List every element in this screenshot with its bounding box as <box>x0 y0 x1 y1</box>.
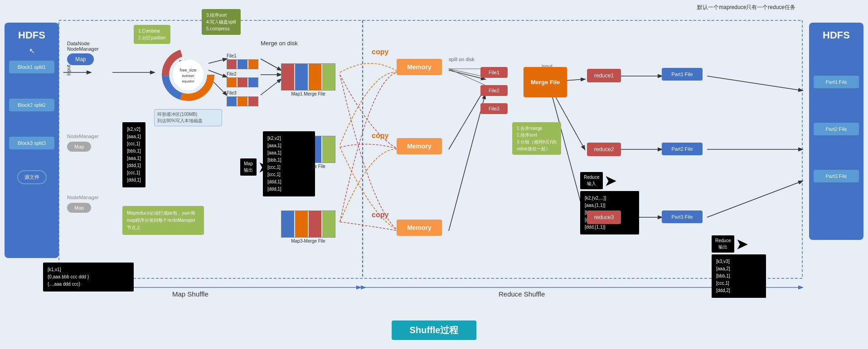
top-note: 默认一个mapreduce只有一个reduce任务 <box>697 4 795 11</box>
hdfs-right-part2: Part2 File <box>814 123 859 135</box>
ro-line-2: [aaa,2] <box>716 265 761 273</box>
svg-text:copy: copy <box>372 211 388 219</box>
reduce-file2: File2 <box>480 85 508 96</box>
map3-label: Map3-Merge File <box>281 239 335 244</box>
mo-line-7: [ddd,1] <box>267 178 310 186</box>
part2-label: Part2 File <box>662 143 703 155</box>
kv-data-content: [k2,v2] [aaa,1] [ccc,1] [bbb,1] [aaa,1] … <box>122 122 145 187</box>
map3-merge-file <box>281 210 335 238</box>
mo-line-6: [ccc,1] <box>267 171 310 178</box>
svg-line-14 <box>449 69 485 77</box>
nodemanager-note-content: Mapreduce必须打成jar包，yarn将map程序分发到每个nodeMan… <box>122 206 204 235</box>
file3-seg-orange <box>238 97 247 106</box>
hdfs-left-title: HDFS <box>18 29 45 41</box>
mo-line-1: [k2,v2] <box>267 135 310 142</box>
nodemanager-note: Mapreduce必须打成jar包，yarn将map程序分发到每个nodeMan… <box>122 206 204 235</box>
block2-split2: Block2 split2 <box>9 99 54 111</box>
file1-bar <box>227 59 258 69</box>
file1-label: File1 <box>227 53 258 58</box>
map-output-data-content: [k2,v2] [aaa,1] [aaa,1] [bbb,1] [ccc,1] … <box>263 131 315 196</box>
map1-label: Map1 Merge File <box>281 91 335 96</box>
map1-seg-red <box>281 64 294 90</box>
map3-merge-area: Map3-Merge File <box>281 210 335 244</box>
reduce-input-arrow: ➤ <box>605 173 616 189</box>
svg-text:Map Shuffle: Map Shuffle <box>172 290 209 298</box>
kv-data-box: [k2,v2] [aaa,1] [ccc,1] [bbb,1] [aaa,1] … <box>122 122 145 187</box>
file1-seg-orange <box>248 60 258 69</box>
shuffle-title: Shuffle过程 <box>392 320 477 340</box>
sort-line-1: 3.排序sort <box>206 12 236 19</box>
file2-seg-blue <box>248 78 258 87</box>
svg-line-9 <box>261 79 281 95</box>
map-button-3[interactable]: Map <box>67 203 91 213</box>
svg-line-22 <box>707 76 802 91</box>
nodemanager-3-label: NodeManager Map <box>67 195 99 214</box>
file2-area: File2 <box>227 72 258 87</box>
svg-text:input: input <box>66 65 71 76</box>
input-line-1: [k1,v1] <box>48 266 129 273</box>
hdfs-right: HDFS Part1 File Part2 File Part3 File <box>809 23 863 240</box>
file1-seg-red <box>227 60 237 69</box>
map-output-label: Map输出 <box>240 158 257 176</box>
reduce-file1-label: File1 <box>480 67 508 78</box>
reduce-annotation: 1.合并merge 2.排序sort 3.分组（相同KEY的 value放在一起… <box>512 122 561 155</box>
ro-line-3: [bbb,1] <box>716 273 761 280</box>
mo-line-2: [aaa,1] <box>267 142 310 149</box>
annotation-sort: 3.排序sort 4.写入磁盘spill 5.compress <box>202 9 241 35</box>
memory-1-label: Memory <box>397 59 442 75</box>
datanode-label: DataNode NodeManager Map <box>67 41 99 65</box>
part1-file: Part1 File <box>662 68 703 81</box>
input-line-3: {...,aaa ddd ccc} <box>48 281 129 288</box>
ro-line-1: [k3,v3] <box>716 258 761 265</box>
reduce-input-label: Reduce输入 <box>580 172 603 189</box>
mo-line-3: [aaa,1] <box>267 149 310 157</box>
ri-line-2: [aaa,{1,1}] <box>585 202 635 209</box>
reduce3-label: reduce3 <box>587 210 621 224</box>
svg-line-12 <box>449 95 485 231</box>
part3-label: Part3 File <box>662 210 703 223</box>
file1-area: File1 <box>227 53 258 69</box>
nodemanager-2-text: NodeManager <box>67 134 99 139</box>
nodemanager-2-label: NodeManager Map <box>67 134 99 153</box>
file2-label: File2 <box>227 72 258 76</box>
map-button-2[interactable]: Map <box>67 142 91 152</box>
reduce-output-area: Reduce输出 ➤ [k3,v3] [aaa,2] [bbb,1] [ccc,… <box>712 235 766 298</box>
svg-text:copy: copy <box>372 132 388 139</box>
mo-line-4: [bbb,1] <box>267 157 310 164</box>
ri-line-1: [k2,{v2,...}] <box>585 195 635 202</box>
memory-2-label: Memory <box>397 138 442 154</box>
hdfs-left: HDFS ↖ Block1 split1 Block2 split2 Block… <box>5 23 59 258</box>
reduce-output-arrow: ➤ <box>736 236 747 252</box>
reduce-annotation-content: 1.合并merge 2.排序sort 3.分组（相同KEY的 value放在一起… <box>512 122 561 155</box>
reduce-ann-3: 3.分组（相同KEY的 <box>517 139 557 145</box>
annotation-combine-content: 1.Combine 2.分区patition <box>134 25 170 44</box>
annotation-combine: 1.Combine 2.分区patition <box>134 25 170 44</box>
input-line-2: {0,aaa bbb ccc ddd } <box>48 273 129 281</box>
nodemanager-3-text: NodeManager <box>67 195 99 200</box>
hdfs-right-part3: Part3 File <box>814 170 859 182</box>
memory-box-1: Memory <box>397 59 442 75</box>
reduce1-label: reduce1 <box>587 69 621 82</box>
ring-buffer-svg: free_size bufstart equator <box>154 45 222 104</box>
map-output-data: [k2,v2] [aaa,1] [aaa,1] [bbb,1] [ccc,1] … <box>263 131 315 196</box>
map3-seg-green <box>322 211 335 237</box>
cursor-icon: ↖ <box>29 47 35 55</box>
reduce-input-area: Reduce输入 ➤ [k2,{v2,...}] [aaa,{1,1}] [bb… <box>580 172 639 234</box>
file2-seg-red <box>238 78 247 87</box>
source-file: 源文件 <box>17 170 47 184</box>
map-button-1[interactable]: Map <box>67 53 94 65</box>
file3-seg-red <box>248 97 258 106</box>
kv-line-1: [k2,v2] <box>127 126 141 133</box>
svg-text:Reduce Shuffle: Reduce Shuffle <box>499 290 545 298</box>
reduce-output-label: Reduce输出 <box>712 235 734 253</box>
ring-line-1: 环形缓冲区(100MB) <box>157 111 219 118</box>
svg-text:Merge on disk: Merge on disk <box>261 40 298 47</box>
map3-seg-red <box>309 211 321 237</box>
sort-line-3: 5.compress <box>206 25 236 32</box>
memory-3-label: Memory <box>397 220 442 236</box>
shuffle-title-area: Shuffle过程 <box>392 320 477 340</box>
svg-line-24 <box>707 181 802 217</box>
svg-line-15 <box>449 69 485 85</box>
datanode-text: DataNode <box>67 41 99 46</box>
input-data-box: [k1,v1] {0,aaa bbb ccc ddd } {...,aaa dd… <box>43 263 134 292</box>
